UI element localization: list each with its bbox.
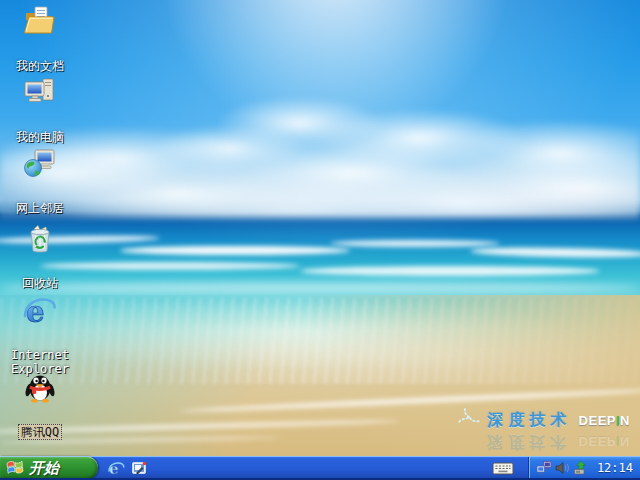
desktop-icon-internet-explorer[interactable]: e Internet Explorer — [2, 294, 78, 377]
deepin-logo-icon — [457, 406, 481, 434]
icon-label: 我的电脑 — [15, 130, 65, 144]
network-places-icon — [23, 146, 57, 180]
windows-logo-icon — [6, 457, 24, 479]
wallpaper-beach: 深度技术 DEEPIN 深度技术 DEEPIN — [0, 0, 640, 456]
recycle-bin-icon — [23, 221, 57, 255]
wave-foam — [120, 246, 350, 255]
desktop-icon-tencent-qq[interactable]: 腾讯QQ — [2, 370, 78, 440]
system-tray: 12:14 — [528, 456, 640, 480]
safely-remove-hardware-tray-icon[interactable] — [572, 460, 588, 476]
quick-launch-show-desktop-icon[interactable] — [131, 460, 148, 477]
my-computer-icon — [23, 75, 57, 109]
taskbar: 开始 e — [0, 456, 640, 480]
icon-label: 网上邻居 — [15, 201, 65, 215]
language-bar-keyboard-icon[interactable] — [492, 456, 514, 480]
start-label: 开始 — [29, 459, 59, 478]
wave-foam — [300, 266, 600, 276]
deepin-watermark: 深度技术 DEEPIN 深度技术 DEEPIN — [457, 406, 630, 452]
desktop-icon-my-documents[interactable]: 我的文档 — [2, 4, 78, 74]
volume-tray-icon[interactable] — [554, 460, 570, 476]
watermark-reflection: 深度技术 DEEPIN — [457, 431, 630, 452]
icon-label: 回收站 — [21, 276, 59, 290]
network-tray-icon[interactable] — [536, 460, 552, 476]
internet-explorer-icon: e — [23, 294, 57, 328]
desktop-icon-my-computer[interactable]: 我的电脑 — [2, 75, 78, 145]
wave-foam — [40, 262, 300, 270]
watermark-cn-text: 深度技术 — [488, 410, 572, 431]
icon-label: 腾讯QQ — [18, 424, 62, 440]
my-documents-icon — [23, 4, 57, 38]
icon-label: 我的文档 — [15, 59, 65, 73]
wave-foam — [0, 282, 640, 294]
start-button[interactable]: 开始 — [0, 456, 98, 480]
wave-foam — [330, 240, 500, 247]
tencent-qq-icon — [23, 370, 57, 404]
quick-launch-internet-explorer-icon[interactable]: e — [108, 460, 125, 477]
quick-launch: e — [108, 456, 148, 480]
desktop-icon-network-places[interactable]: 网上邻居 — [2, 146, 78, 216]
screen: 深度技术 DEEPIN 深度技术 DEEPIN 我的文档 — [0, 0, 640, 480]
desktop-icon-recycle-bin[interactable]: 回收站 — [2, 221, 78, 291]
watermark-en-text: DEEPIN — [579, 413, 630, 428]
tray-clock[interactable]: 12:14 — [597, 461, 633, 475]
